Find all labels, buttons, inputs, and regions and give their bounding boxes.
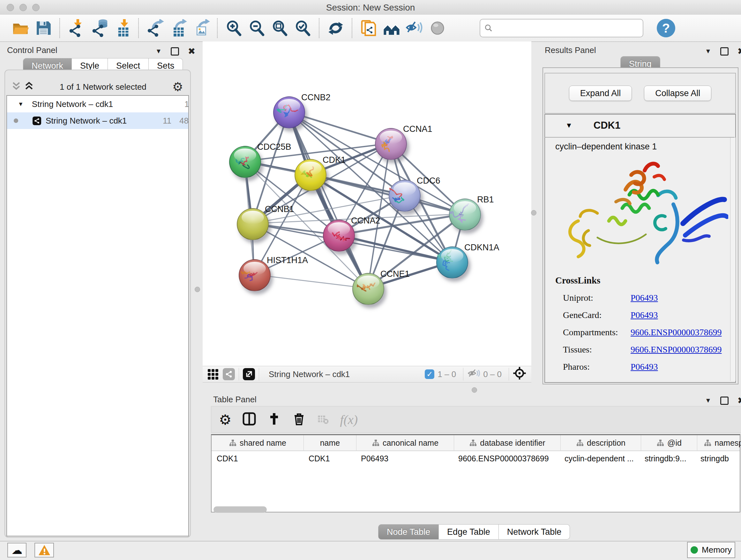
left-splitter-handle[interactable] xyxy=(195,287,200,292)
float-panel-icon[interactable] xyxy=(720,396,729,405)
table-cell[interactable]: stringdb xyxy=(695,454,741,463)
column-header-@id[interactable]: @id xyxy=(641,435,697,450)
float-panel-icon[interactable] xyxy=(171,47,179,56)
crosslink-value-link[interactable]: 9606.ENSP00000378699 xyxy=(630,327,722,337)
network-options-gear-icon[interactable]: ⚙ xyxy=(172,80,183,94)
table-options-gear-icon[interactable]: ⚙ xyxy=(219,412,231,428)
export-image-icon[interactable] xyxy=(190,17,212,39)
hide-graphics-details-icon[interactable] xyxy=(403,17,426,39)
table-row[interactable]: CDK1CDK1P064939606.ENSP00000378699cyclin… xyxy=(212,451,740,466)
node-CCNB2[interactable] xyxy=(273,97,305,128)
node-CDKN1A[interactable] xyxy=(436,246,468,278)
node-HIST1H1A[interactable] xyxy=(239,259,271,291)
crosslink-value-link[interactable]: 9606.ENSP00000378699 xyxy=(630,345,722,355)
edge-HIST1H1A-CCNE1[interactable] xyxy=(254,274,367,288)
node-CDC6[interactable] xyxy=(389,180,421,212)
apply-layout-icon[interactable] xyxy=(324,17,347,39)
status-bar: ☁ Memory xyxy=(0,541,741,560)
zoom-out-icon[interactable] xyxy=(246,17,268,39)
node-RB1[interactable] xyxy=(449,199,481,231)
protein-expand-icon[interactable]: ▼ xyxy=(565,121,572,130)
memory-button[interactable]: Memory xyxy=(687,542,735,558)
table-cell[interactable]: P06493 xyxy=(356,454,453,463)
selected-checkbox-icon[interactable]: ✓ xyxy=(425,369,434,379)
open-in-new-window-icon[interactable] xyxy=(243,368,255,380)
column-type-icon xyxy=(576,439,584,447)
close-panel-icon[interactable]: ✖ xyxy=(738,395,741,406)
table-horizontal-scrollbar[interactable] xyxy=(213,506,267,513)
node-CCNB1[interactable] xyxy=(237,208,269,240)
warnings-button[interactable] xyxy=(35,543,54,557)
help-button[interactable]: ? xyxy=(657,19,675,37)
tab-network-table[interactable]: Network Table xyxy=(499,524,570,540)
crosslink-value-link[interactable]: P06493 xyxy=(630,362,658,372)
table-cell[interactable]: cyclin-dependent ... xyxy=(559,454,639,463)
node-CDC25B[interactable] xyxy=(229,146,261,178)
float-panel-icon[interactable] xyxy=(720,47,729,56)
column-header-namespac[interactable]: namespac xyxy=(697,435,741,450)
right-splitter-handle[interactable] xyxy=(531,210,536,215)
fit-selected-crosshair-icon[interactable] xyxy=(513,367,526,382)
column-header-database-identifier[interactable]: database identifier xyxy=(454,435,561,450)
column-header-canonical-name[interactable]: canonical name xyxy=(356,435,454,450)
protein-header[interactable]: ▼ CDK1 xyxy=(544,114,735,138)
save-session-icon[interactable] xyxy=(32,17,55,39)
column-header-description[interactable]: description xyxy=(561,435,641,450)
add-column-icon[interactable] xyxy=(267,412,281,427)
node-CDK1[interactable] xyxy=(294,159,327,191)
network-canvas[interactable]: CCNB2CCNA1CDC25BCDK1CDC6RB1CCNB1CCNA2CDK… xyxy=(203,42,531,366)
cloud-icon: ☁ xyxy=(11,544,22,557)
cloud-button[interactable]: ☁ xyxy=(7,543,26,557)
network-collection-row[interactable]: ▼ String Network – cdk1 1 xyxy=(7,96,188,112)
export-table-icon[interactable] xyxy=(166,17,190,39)
export-network-icon[interactable] xyxy=(144,17,166,39)
collapse-all-button[interactable]: Collapse All xyxy=(644,85,711,101)
close-panel-icon[interactable]: ✖ xyxy=(738,46,741,57)
close-panel-icon[interactable]: ✖ xyxy=(188,46,195,57)
collapse-panel-icon[interactable]: ▼ xyxy=(705,48,711,55)
network-row[interactable]: String Network – cdk1 11 48 xyxy=(7,112,188,129)
import-network-database-icon[interactable] xyxy=(88,17,111,39)
search-input[interactable] xyxy=(480,19,643,37)
collection-expand-icon[interactable]: ▼ xyxy=(18,101,23,108)
bottom-splitter-handle[interactable] xyxy=(472,387,477,393)
collapse-panel-icon[interactable]: ▼ xyxy=(155,48,162,55)
node-gloss xyxy=(328,222,350,236)
string-home-icon[interactable] xyxy=(380,17,403,39)
collapse-all-networks-icon[interactable] xyxy=(11,81,21,92)
birds-eye-view-icon[interactable] xyxy=(426,17,449,39)
node-CCNA2[interactable] xyxy=(323,220,355,252)
node-CCNE1[interactable] xyxy=(352,273,384,305)
import-network-file-icon[interactable] xyxy=(65,17,88,39)
string-network-icon xyxy=(32,117,41,125)
hidden-eye-icon[interactable] xyxy=(467,368,480,380)
crosslink-value-link[interactable]: P06493 xyxy=(630,293,658,303)
collapse-panel-icon[interactable]: ▼ xyxy=(705,397,711,404)
import-table-file-icon[interactable] xyxy=(111,17,134,39)
open-session-icon[interactable] xyxy=(9,17,32,39)
network-overview-icon[interactable] xyxy=(223,368,235,380)
expand-all-networks-icon[interactable] xyxy=(24,81,34,92)
grid-view-icon[interactable] xyxy=(208,369,218,380)
tab-edge-table[interactable]: Edge Table xyxy=(439,524,499,540)
column-header-name[interactable]: name xyxy=(304,435,356,450)
expand-all-button[interactable]: Expand All xyxy=(569,85,632,101)
crosslink-value-link[interactable]: P06493 xyxy=(630,310,658,320)
results-scrollbar[interactable] xyxy=(730,138,736,381)
tab-node-table[interactable]: Node Table xyxy=(378,524,439,540)
zoom-selected-icon[interactable] xyxy=(291,17,314,39)
search-field[interactable] xyxy=(493,23,628,34)
crosslinks-section: CrossLinks Uniprot:P06493GeneCard:P06493… xyxy=(555,275,728,372)
table-cell[interactable]: stringdb:9... xyxy=(639,454,695,463)
zoom-fit-icon[interactable] xyxy=(268,17,291,39)
show-columns-icon[interactable] xyxy=(242,412,256,427)
clone-network-icon[interactable] xyxy=(357,17,380,39)
table-cell[interactable]: CDK1 xyxy=(212,454,304,463)
node-table[interactable]: shared namenamecanonical namedatabase id… xyxy=(211,434,740,512)
column-header-shared-name[interactable]: shared name xyxy=(212,435,304,450)
zoom-in-icon[interactable] xyxy=(222,17,246,39)
table-cell[interactable]: CDK1 xyxy=(304,454,356,463)
node-CCNA1[interactable] xyxy=(375,128,407,160)
delete-column-trash-icon[interactable] xyxy=(292,412,306,427)
table-cell[interactable]: 9606.ENSP00000378699 xyxy=(453,454,559,463)
